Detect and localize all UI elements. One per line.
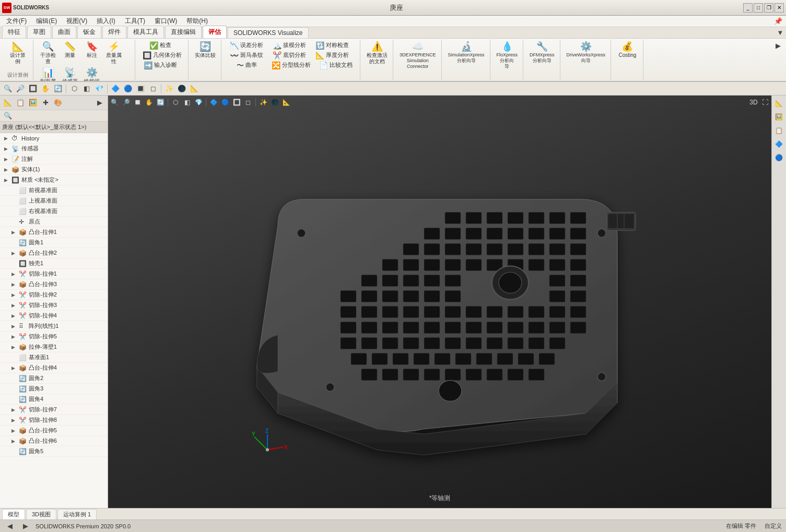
vp-hide-lines[interactable]: 🔷 — [208, 97, 219, 108]
btn-floxpress[interactable]: 💧 FloXpress分析向导 — [495, 41, 520, 70]
btn-check-active-doc[interactable]: ⚠️ 检查激活的文档 — [365, 41, 390, 66]
vp-rotate[interactable]: 🔄 — [155, 97, 166, 108]
tree-item-cut1[interactable]: ▶ ✂️ 切除-拉伸1 — [0, 269, 108, 279]
rotate[interactable]: 🔄 — [52, 83, 64, 94]
btn-annotate[interactable]: 🔖 标注 — [81, 41, 102, 60]
pan[interactable]: ✋ — [40, 83, 51, 94]
vp-shaded[interactable]: 🔵 — [220, 97, 230, 108]
vp-fullscreen[interactable]: ⛶ — [760, 97, 770, 108]
tree-item-sensor[interactable]: ▶ 📡 传感器 — [0, 144, 108, 154]
vp-shadows[interactable]: 🌑 — [269, 97, 280, 108]
tree-item-history[interactable]: ▶ ⏱ History — [0, 133, 108, 144]
vp-realview[interactable]: ✨ — [258, 97, 268, 108]
btn-symmetry[interactable]: 🔃 对称检查 — [311, 41, 353, 50]
display-style[interactable]: 💎 — [93, 83, 105, 94]
btn-driveworksxpress[interactable]: ⚙️ DriveWorksXpress向导 — [565, 41, 607, 65]
tab-evaluate[interactable]: 评估 — [203, 26, 227, 38]
tree-item-boss6[interactable]: ▶ 📦 凸台-拉伸6 — [0, 436, 108, 446]
tree-item-cut2[interactable]: ▶ ✂️ 切除-拉伸2 — [0, 290, 108, 300]
vp-display[interactable]: 💎 — [193, 97, 204, 108]
panel-config[interactable]: 🖼️ — [27, 97, 39, 109]
tree-item-fillet5[interactable]: 🔄 圆角5 — [0, 446, 108, 457]
panel-appearance[interactable]: 🎨 — [52, 97, 64, 109]
vp-zoom-fit[interactable]: 🔍 — [109, 97, 120, 108]
panel-custom[interactable]: ✚ — [40, 97, 51, 109]
menu-file[interactable]: 文件(F) — [2, 16, 31, 27]
tab-weldment[interactable]: 焊件 — [102, 26, 126, 38]
menu-view[interactable]: 视图(V) — [62, 16, 91, 27]
tree-item-cut4[interactable]: ▶ ✂️ 切除-拉伸4 — [0, 311, 108, 321]
btn-performance[interactable]: ⚙️ 性能评估 — [81, 67, 102, 81]
maximize-button[interactable]: □ — [754, 3, 763, 13]
section-view[interactable]: ◧ — [81, 83, 92, 94]
tab-sketch[interactable]: 草图 — [27, 26, 51, 38]
btn-geometry-analysis[interactable]: 🔲 几何体分析 — [139, 51, 185, 60]
tree-item-cut5[interactable]: ▶ ✂️ 切除-拉伸5 — [0, 332, 108, 342]
ribbon-more[interactable]: ▶ — [772, 40, 784, 51]
zoom-in[interactable]: 🔎 — [15, 83, 26, 94]
tree-item-origin[interactable]: ✛ 原点 — [0, 217, 108, 227]
btn-sensors[interactable]: 📡 传感器 — [60, 67, 80, 81]
rp-btn-1[interactable]: 📐 — [773, 98, 785, 109]
tab-sheet-metal[interactable]: 钣金 — [77, 26, 101, 38]
btn-curvature[interactable]: 〜 曲率 — [226, 61, 267, 70]
rp-btn-2[interactable]: 🖼️ — [773, 111, 785, 123]
status-nav-next[interactable]: ▶ — [20, 521, 31, 532]
edges[interactable]: ◻ — [147, 83, 159, 94]
tree-item-ref-plane1[interactable]: ⬜ 基准面1 — [0, 352, 108, 363]
tree-item-right-plane[interactable]: ⬜ 右视基准面 — [0, 206, 108, 217]
rp-btn-4[interactable]: 🔷 — [773, 138, 785, 150]
btn-thickness[interactable]: 📐 厚度分析 — [311, 51, 353, 60]
rp-btn-3[interactable]: 📋 — [773, 125, 785, 136]
zoom-to-fit[interactable]: 🔍 — [2, 83, 14, 94]
btn-measure[interactable]: 📏 测量 — [60, 41, 80, 60]
tree-item-solid[interactable]: ▶ 📦 实体(1) — [0, 164, 108, 175]
tab-direct-edit[interactable]: 直接编辑 — [165, 26, 202, 38]
wireframe[interactable]: 🔳 — [135, 83, 146, 94]
realview[interactable]: ✨ — [163, 83, 175, 94]
tree-item-notes[interactable]: ▶ 📝 注解 — [0, 154, 108, 164]
close-button[interactable]: ✕ — [775, 3, 784, 13]
btn-costing[interactable]: 💰 Costing — [617, 41, 639, 60]
tree-item-cut7[interactable]: ▶ ✂️ 切除-拉伸7 — [0, 405, 108, 415]
tab-3d-view[interactable]: 3D视图 — [26, 509, 56, 519]
tree-item-fillet4[interactable]: 🔄 圆角4 — [0, 394, 108, 405]
btn-undercut[interactable]: ✂️ 底切分析 — [268, 51, 310, 60]
view-orient[interactable]: ⬡ — [68, 83, 80, 94]
ribbon-expand[interactable]: ▼ — [775, 27, 786, 38]
tree-item-front-plane[interactable]: ⬜ 前视基准面 — [0, 185, 108, 196]
btn-simulationxpress[interactable]: 🔬 SimulationXpress分析向导 — [446, 41, 487, 65]
btn-parting-line[interactable]: 🔀 分型线分析 — [268, 61, 314, 70]
filter-icon[interactable]: 🔍 — [2, 110, 14, 122]
btn-import-diag[interactable]: ➡️ 输入诊断 — [139, 61, 181, 70]
menu-tools[interactable]: 工具(T) — [121, 16, 149, 27]
vp-zoom-in[interactable]: 🔎 — [121, 97, 131, 108]
perspective[interactable]: 📐 — [189, 83, 200, 94]
tab-model[interactable]: 模型 — [2, 509, 25, 519]
viewport[interactable]: 🔍 🔎 🔲 ✋ 🔄 ⬡ ◧ 💎 🔷 🔵 🔳 ◻ ✨ 🌑 📐 3D ⛶ — [108, 96, 771, 508]
btn-section-props[interactable]: 📊 剖面属性 — [38, 67, 58, 81]
tree-item-shell1[interactable]: 🔲 独壳1 — [0, 258, 108, 269]
tree-item-pattern1[interactable]: ▶ ⠿ 阵列(线性)1 — [0, 321, 108, 332]
status-nav-prev[interactable]: ◀ — [4, 521, 16, 532]
tree-item-boss4[interactable]: ▶ 📦 凸台-拉伸4 — [0, 363, 108, 373]
shaded[interactable]: 🔵 — [122, 83, 134, 94]
menu-help[interactable]: 帮助(H) — [182, 16, 212, 27]
zoom-selection[interactable]: 🔲 — [27, 83, 39, 94]
hide-lines[interactable]: 🔷 — [110, 83, 121, 94]
panel-arrow-right[interactable]: ▶ — [94, 97, 105, 109]
vp-3d-mode[interactable]: 3D — [748, 97, 759, 108]
vp-pan[interactable]: ✋ — [144, 97, 154, 108]
btn-deviation[interactable]: 📉 误差分析 — [226, 41, 267, 50]
pin-button[interactable]: 📌 — [772, 16, 784, 27]
btn-dfmxpress[interactable]: 🔧 DFMXpress分析向导 — [527, 41, 557, 65]
tree-item-boss-extrude2[interactable]: ▶ 📦 凸台-拉伸2 — [0, 248, 108, 258]
btn-check[interactable]: ✅ 检查 — [139, 41, 181, 50]
vp-zoom-sel[interactable]: 🔲 — [132, 97, 143, 108]
tree-item-fillet1[interactable]: 🔄 圆角1 — [0, 238, 108, 248]
vp-edges[interactable]: ◻ — [243, 97, 253, 108]
tree-item-boss5[interactable]: ▶ 📦 凸台-拉伸5 — [0, 425, 108, 436]
tree-item-boss3[interactable]: ▶ 📦 凸台-拉伸3 — [0, 279, 108, 290]
tree-item-thin-extrude1[interactable]: ▶ 📦 拉伸-薄壁1 — [0, 342, 108, 352]
vp-orient[interactable]: ⬡ — [170, 97, 181, 108]
